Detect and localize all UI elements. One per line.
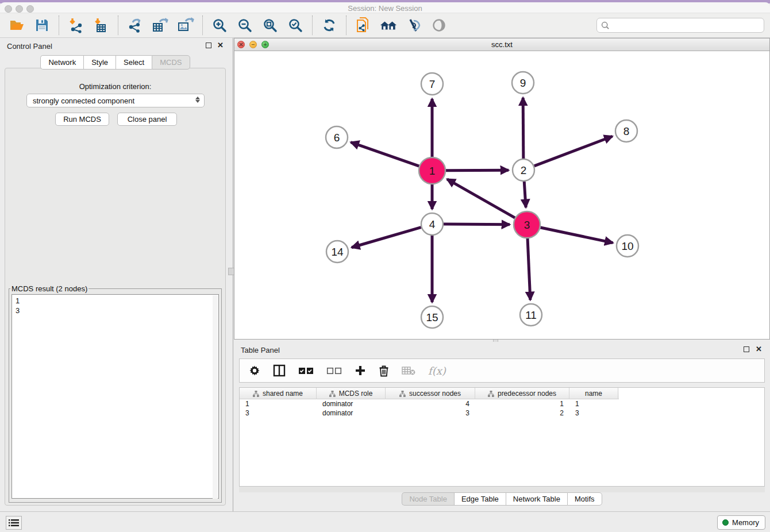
deselect-all-icon[interactable] <box>326 367 342 375</box>
graph-edge-1-2[interactable] <box>446 170 509 171</box>
refresh-icon[interactable] <box>321 17 338 34</box>
table-panel-title: Table Panel <box>241 346 280 354</box>
column-header-MCDS-role[interactable]: MCDS role <box>317 388 386 399</box>
network-window-title: scc.txt <box>234 40 769 49</box>
graph-edge-4-3[interactable] <box>444 224 510 225</box>
network-canvas[interactable]: 7968124314101511 <box>234 51 769 339</box>
eye-icon[interactable] <box>430 17 448 34</box>
column-header-name[interactable]: name <box>569 388 618 399</box>
save-icon[interactable] <box>33 17 51 34</box>
table-cell[interactable]: 1 <box>569 399 618 408</box>
task-history-button[interactable] <box>6 516 22 530</box>
control-panel: Control Panel ✕ NetworkStyleSelectMCDS O… <box>0 38 230 511</box>
table-cell[interactable]: dominator <box>317 408 386 418</box>
node-table: shared nameMCDS rolesuccessor nodesprede… <box>239 387 765 487</box>
graph-edge-1-6[interactable] <box>351 142 419 167</box>
close-panel-icon[interactable]: ✕ <box>217 41 224 50</box>
column-header-predecessor-nodes[interactable]: predecessor nodes <box>475 388 569 399</box>
add-column-icon[interactable] <box>355 365 366 376</box>
zoom-fit-icon[interactable] <box>261 17 279 34</box>
memory-status-icon <box>722 519 729 526</box>
memory-button[interactable]: Memory <box>717 515 765 530</box>
control-panel-header: Control Panel ✕ <box>0 38 230 54</box>
import-table-icon[interactable] <box>93 17 110 34</box>
delete-table-icon[interactable] <box>402 366 415 375</box>
graph-node-label: 6 <box>334 132 340 144</box>
column-header-label: shared name <box>263 390 303 398</box>
control-tab-select[interactable]: Select <box>116 55 152 70</box>
table-tab-edge-table[interactable]: Edge Table <box>454 492 506 506</box>
control-tab-style[interactable]: Style <box>83 55 116 70</box>
vertical-splitter[interactable] <box>230 38 233 511</box>
table-cell[interactable]: 3 <box>569 408 618 418</box>
network-window-titlebar[interactable]: ✕ − + scc.txt <box>234 38 769 51</box>
graph-edge-3-11[interactable] <box>528 238 530 300</box>
folder-open-icon[interactable] <box>8 17 25 34</box>
close-panel-icon[interactable]: ✕ <box>756 345 762 354</box>
float-panel-icon[interactable] <box>206 43 211 48</box>
homes-icon[interactable] <box>380 17 397 34</box>
delete-column-icon[interactable] <box>379 365 389 377</box>
zoom-in-icon[interactable] <box>211 17 228 34</box>
graph-node-label: 8 <box>623 125 630 137</box>
column-header-label: predecessor nodes <box>498 390 556 398</box>
search-icon <box>601 21 610 30</box>
hide-graphics-icon[interactable] <box>405 17 422 34</box>
control-tab-mcds[interactable]: MCDS <box>152 55 190 70</box>
function-builder-icon[interactable]: f(x) <box>428 365 446 377</box>
scrollbar-track[interactable] <box>213 295 218 499</box>
table-cell[interactable]: 3 <box>386 408 475 418</box>
graph-edge-3-1[interactable] <box>447 179 515 218</box>
table-row[interactable]: 3dominator323 <box>240 408 764 418</box>
graph-edge-2-8[interactable] <box>534 136 613 166</box>
table-tab-motifs[interactable]: Motifs <box>567 492 602 506</box>
graph-edge-2-3[interactable] <box>524 182 526 207</box>
graph-edge-3-10[interactable] <box>540 228 613 243</box>
zoom-out-icon[interactable] <box>236 17 253 34</box>
close-panel-button[interactable]: Close panel <box>117 113 177 126</box>
zoom-selected-icon[interactable] <box>287 17 304 34</box>
mcds-result-line: 1 <box>16 296 218 306</box>
mcds-result-line: 3 <box>16 306 218 315</box>
settings-gear-icon[interactable] <box>249 365 260 376</box>
select-stepper-icon <box>195 97 200 103</box>
graph-edge-4-14[interactable] <box>352 228 421 248</box>
export-image-icon[interactable] <box>177 17 194 34</box>
select-all-icon[interactable] <box>298 367 314 375</box>
mcds-result-textarea[interactable]: 13 <box>11 294 219 499</box>
export-network-icon[interactable] <box>126 17 144 34</box>
network-view-window: ✕ − + scc.txt 7968124314101511 <box>234 38 770 340</box>
graph-edge-2-9[interactable] <box>523 98 523 159</box>
clone-network-icon[interactable] <box>355 17 372 34</box>
control-tab-network[interactable]: Network <box>40 55 83 70</box>
table-cell[interactable]: 4 <box>386 399 475 408</box>
table-cell[interactable]: 3 <box>240 408 317 418</box>
table-cell[interactable]: 1 <box>240 399 317 408</box>
table-row[interactable]: 1dominator411 <box>240 399 764 408</box>
table-tabs: Node TableEdge TableNetwork TableMotifs <box>234 492 770 506</box>
main-toolbar <box>0 13 770 38</box>
import-network-icon[interactable] <box>67 17 84 34</box>
float-panel-icon[interactable] <box>744 346 749 352</box>
hierarchy-icon <box>329 391 336 397</box>
optimization-criterion-value: strongly connected component <box>33 97 134 105</box>
column-header-successor-nodes[interactable]: successor nodes <box>386 388 475 399</box>
graph-node-label: 11 <box>525 309 537 321</box>
column-header-label: MCDS role <box>339 390 373 398</box>
column-header-shared-name[interactable]: shared name <box>240 388 317 399</box>
table-cell[interactable]: 2 <box>475 408 569 418</box>
export-table-icon[interactable] <box>152 17 169 34</box>
search-box[interactable] <box>596 18 764 33</box>
table-cell[interactable]: 1 <box>475 399 569 408</box>
table-tab-network-table[interactable]: Network Table <box>506 492 567 506</box>
graph-node-label: 14 <box>331 246 344 258</box>
table-cell[interactable]: dominator <box>317 399 386 408</box>
memory-label: Memory <box>732 518 759 527</box>
run-mcds-button[interactable]: Run MCDS <box>55 113 109 126</box>
table-tab-node-table[interactable]: Node Table <box>402 492 454 506</box>
column-header-label: successor nodes <box>409 390 461 398</box>
optimization-criterion-select[interactable]: strongly connected component <box>26 94 205 107</box>
search-input[interactable] <box>613 21 760 30</box>
status-bar: Memory <box>0 511 770 532</box>
split-panel-icon[interactable] <box>273 364 286 377</box>
